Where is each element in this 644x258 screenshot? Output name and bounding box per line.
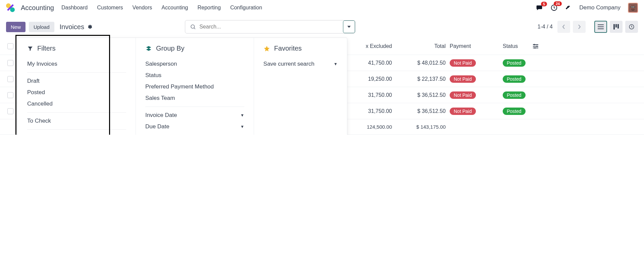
col-status[interactable]: Status (483, 43, 533, 49)
control-bar: New Upload Invoices 1-4 / 4 (0, 15, 644, 38)
nav-vendors[interactable]: Vendors (133, 5, 152, 11)
filter-my-invoices[interactable]: My Invoices (27, 58, 126, 70)
layers-icon (145, 46, 152, 52)
row-checkbox[interactable] (7, 108, 13, 114)
caret-down-icon (347, 25, 351, 28)
payment-badge: Not Paid (450, 91, 476, 99)
svg-point-18 (536, 46, 538, 47)
svg-point-17 (534, 44, 535, 45)
top-nav: Accounting Dashboard Customers Vendors A… (0, 0, 644, 15)
svg-rect-11 (615, 24, 617, 27)
kanban-icon (613, 24, 619, 29)
avatar[interactable] (628, 3, 638, 13)
caret-down-icon: ▼ (240, 113, 244, 118)
status-badge: Posted (503, 91, 526, 99)
filter-posted[interactable]: Posted (27, 87, 126, 98)
nav-accounting[interactable]: Accounting (161, 5, 188, 11)
company-name[interactable]: Demo Company (579, 4, 621, 11)
svg-rect-10 (613, 24, 615, 29)
search-options-toggle[interactable] (343, 20, 355, 33)
payment-badge: Not Paid (450, 75, 476, 83)
pager-prev-button[interactable] (557, 21, 570, 33)
avatar-icon (629, 3, 637, 12)
svg-rect-7 (598, 24, 604, 25)
search-icon (190, 24, 196, 30)
view-list-button[interactable] (594, 21, 607, 33)
col-payment[interactable]: Payment (446, 43, 483, 49)
svg-point-19 (534, 47, 536, 49)
svg-rect-9 (598, 28, 604, 29)
nav-links: Dashboard Customers Vendors Accounting R… (61, 5, 262, 11)
groupby-salesperson[interactable]: Salesperson (145, 58, 244, 70)
groupby-column: Group By Salesperson Status Preferred Pa… (136, 38, 254, 135)
breadcrumb-text: Invoices (60, 23, 84, 31)
clock-outline-icon (629, 24, 635, 30)
sliders-icon (533, 44, 538, 49)
search-options-panel: Filters My Invoices Draft Posted Cancell… (17, 38, 347, 135)
gear-icon[interactable] (87, 24, 92, 29)
filters-column: Filters My Invoices Draft Posted Cancell… (18, 38, 136, 135)
nav-dashboard[interactable]: Dashboard (61, 5, 88, 11)
col-total[interactable]: Total (392, 43, 446, 49)
favorites-save-search[interactable]: Save current search▼ (263, 58, 338, 70)
nav-reporting[interactable]: Reporting (198, 5, 221, 11)
groupby-due-date[interactable]: Due Date▼ (145, 121, 244, 132)
groupby-title: Group By (156, 45, 184, 52)
groupby-invoice-date[interactable]: Invoice Date▼ (145, 110, 244, 121)
new-button[interactable]: New (6, 22, 26, 32)
filter-draft[interactable]: Draft (27, 75, 126, 87)
svg-rect-8 (598, 26, 604, 27)
filter-cancelled[interactable]: Cancelled (27, 98, 126, 110)
caret-down-icon: ▼ (240, 124, 244, 129)
svg-rect-12 (617, 24, 619, 28)
caret-down-icon: ▼ (334, 62, 338, 66)
funnel-icon (27, 46, 33, 52)
tools-button[interactable] (565, 4, 572, 11)
list-icon (598, 24, 604, 29)
search-box[interactable] (185, 20, 355, 34)
favorites-title: Favorites (274, 45, 302, 52)
row-checkbox[interactable] (7, 60, 13, 66)
select-all-checkbox[interactable] (7, 43, 13, 49)
status-badge: Posted (503, 75, 526, 83)
nav-customers[interactable]: Customers (97, 5, 123, 11)
status-badge: Posted (503, 59, 526, 67)
svg-line-6 (194, 28, 195, 29)
view-activity-button[interactable] (625, 21, 638, 33)
breadcrumb: Invoices (60, 23, 92, 31)
activities-badge: 24 (554, 1, 562, 6)
pager-next-button[interactable] (573, 21, 586, 33)
search-input[interactable] (196, 24, 343, 30)
svg-point-5 (191, 25, 195, 28)
activities-button[interactable]: 24 (550, 4, 558, 11)
groupby-payment-method[interactable]: Preferred Payment Method (145, 81, 244, 92)
favorites-column: Favorites Save current search▼ (254, 38, 347, 135)
chevron-left-icon (562, 24, 565, 29)
view-kanban-button[interactable] (610, 21, 623, 33)
groupby-status[interactable]: Status (145, 70, 244, 81)
row-checkbox[interactable] (7, 76, 13, 82)
filters-title: Filters (37, 45, 55, 52)
payment-badge: Not Paid (450, 59, 476, 67)
row-checkbox[interactable] (7, 92, 13, 98)
messages-badge: 5 (541, 2, 547, 6)
table-options-button[interactable] (533, 44, 546, 49)
app-name: Accounting (21, 4, 54, 12)
app-logo-icon (6, 3, 15, 12)
nav-configuration[interactable]: Configuration (230, 5, 262, 11)
star-icon (263, 45, 270, 52)
upload-button[interactable]: Upload (29, 22, 54, 32)
pager-text: 1-4 / 4 (538, 24, 553, 30)
filter-to-check[interactable]: To Check (27, 115, 126, 127)
filter-unpaid[interactable]: Unpaid (27, 132, 126, 135)
messages-button[interactable]: 5 (536, 4, 543, 11)
tools-icon (565, 4, 572, 11)
chevron-right-icon (578, 24, 581, 29)
groupby-sales-team[interactable]: Sales Team (145, 92, 244, 104)
col-tax-excluded[interactable]: x Excluded (352, 43, 392, 49)
payment-badge: Not Paid (450, 108, 476, 115)
status-badge: Posted (503, 108, 526, 115)
